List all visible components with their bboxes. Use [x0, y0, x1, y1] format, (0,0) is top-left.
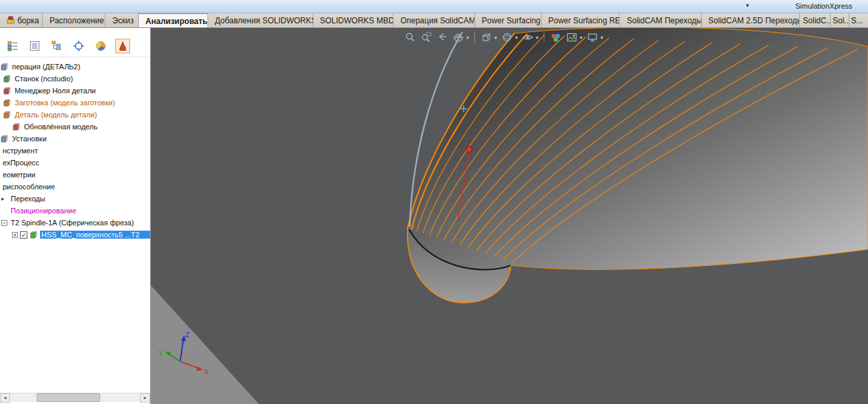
feature-manager-tab-icons	[0, 28, 150, 57]
tree-item[interactable]: нструмент	[0, 145, 150, 157]
expand-arrow-icon[interactable]: ▸	[1, 195, 7, 202]
ground-plane	[151, 285, 259, 404]
machine-icon	[3, 75, 11, 83]
scrollbar-track[interactable]	[10, 393, 140, 403]
tree-item[interactable]: Менеджер Ноля детали	[0, 85, 150, 97]
hide-show-items-icon[interactable]	[521, 31, 534, 44]
propertymanager-icon[interactable]	[27, 39, 42, 53]
tab-label: Операция SolidCAM	[400, 16, 475, 25]
tab-5[interactable]: SOLIDWORKS MBD	[314, 13, 394, 28]
scrollbar-thumb[interactable]	[37, 393, 100, 402]
dropdown-arrow-icon[interactable]: ▾	[466, 35, 469, 41]
triad-y-label: Y	[158, 350, 163, 357]
expand-plus-icon[interactable]: +	[12, 232, 18, 238]
tab-label: Sol...	[833, 16, 849, 25]
zoom-fit-icon[interactable]	[404, 31, 417, 44]
dropdown-arrow-icon[interactable]: ▾	[580, 35, 582, 41]
tab-9[interactable]: SolidCAM Переходы	[620, 13, 701, 28]
tree-item[interactable]: −T2 Spindle-1A (Сферическая фреза)	[0, 217, 150, 229]
section-view-icon[interactable]	[452, 31, 465, 44]
apply-scene-icon[interactable]	[565, 31, 578, 44]
tab-11[interactable]: SolidC...	[800, 13, 831, 28]
tab-10[interactable]: SolidCAM 2.5D Переходы	[702, 13, 801, 28]
tree-item-label: Станок (ncstudio)	[13, 75, 74, 83]
tree-item-label: ехПроцесс	[1, 159, 41, 167]
tab-12[interactable]: Sol...	[831, 13, 849, 28]
tree-item[interactable]: Позиционирование	[0, 205, 150, 217]
tree-item-label: Позиционирование	[9, 207, 77, 215]
tab-8[interactable]: Power Surfacing RE	[542, 13, 620, 28]
3d-scene: Z X Y	[151, 28, 868, 404]
setups-icon	[0, 135, 9, 143]
tab-label: Power Surfacing	[482, 16, 540, 25]
tree-item[interactable]: +✓HSS_MC_поверхность5 ...T2	[0, 229, 150, 241]
tab-4[interactable]: Добавления SOLIDWORKS	[208, 13, 313, 28]
tree-item-label: Заготовка (модель заготовки)	[13, 99, 116, 107]
tree-item[interactable]: риспособление	[0, 181, 150, 193]
dimxpertmanager-icon[interactable]	[71, 39, 86, 53]
blade-surface[interactable]	[408, 28, 868, 303]
tab-3[interactable]: Анализировать	[139, 13, 208, 28]
zero-manager-icon	[3, 87, 11, 95]
tree-item-label: HSS_MC_поверхность5 ...T2	[40, 231, 150, 239]
previous-view-icon[interactable]	[436, 31, 449, 44]
simulationxpress-label: SimulationXpress	[795, 2, 853, 10]
surface-operation-icon	[29, 231, 38, 239]
toolbar-separator	[474, 32, 475, 43]
dropdown-arrow-icon[interactable]: ▾	[515, 35, 518, 41]
tab-label: Расположение	[49, 16, 104, 25]
tree-item-label: Переходы	[9, 195, 47, 203]
dropdown-arrow-icon[interactable]: ▾	[600, 35, 603, 41]
tree-item[interactable]: перация (ДЕТАЛЬ2)	[0, 61, 150, 73]
tree-item[interactable]: еометрии	[0, 169, 150, 181]
tree-item[interactable]: ехПроцесс	[0, 157, 150, 169]
tree-item[interactable]: Установки	[0, 133, 150, 145]
graphics-area[interactable]: Z X Y ▾▾▾▾▾▾	[151, 28, 868, 404]
feature-manager-panel: перация (ДЕТАЛЬ2)Станок (ncstudio)Менедж…	[0, 28, 151, 404]
featuremanager-tree-icon[interactable]	[5, 39, 20, 53]
configurationmanager-icon[interactable]	[49, 39, 64, 53]
target-model-icon	[3, 111, 11, 119]
tab-label: SolidCAM Переходы	[626, 16, 701, 25]
tab-1[interactable]: Расположение	[43, 13, 105, 28]
stock-model-icon	[3, 99, 11, 107]
tab-0[interactable]: борка	[0, 13, 43, 28]
scroll-right-icon[interactable]: ▸	[140, 393, 150, 403]
tab-label: борка	[17, 16, 39, 25]
tab-label: SOLIDWORKS MBD	[320, 16, 394, 25]
tree-item-label: нструмент	[1, 147, 39, 155]
view-settings-icon[interactable]	[586, 31, 599, 44]
tree-item-label: риспособление	[1, 183, 56, 191]
tab-label: Power Surfacing RE	[548, 16, 620, 25]
zoom-area-icon[interactable]	[420, 31, 433, 44]
tree-item-label: Менеджер Ноля детали	[13, 87, 97, 95]
dropdown-arrow-icon[interactable]: ▾	[494, 35, 497, 41]
display-style-icon[interactable]	[500, 31, 514, 44]
collapse-minus-icon[interactable]: −	[1, 220, 7, 226]
tree-item[interactable]: Обновлённая модель	[0, 121, 150, 133]
solidcam-manager-icon[interactable]	[115, 39, 130, 53]
tree-horizontal-scrollbar[interactable]: ◂ ▸	[0, 393, 150, 402]
displaymanager-icon[interactable]	[93, 39, 108, 53]
tree-item[interactable]: ▸Переходы	[0, 193, 150, 205]
visibility-checkbox[interactable]: ✓	[20, 231, 27, 239]
toolbar-separator	[544, 32, 544, 43]
dropdown-arrow-icon[interactable]: ▾	[536, 35, 538, 41]
toolbar-options-dropdown-icon[interactable]: ▾	[746, 2, 749, 9]
tab-label: S...	[851, 16, 863, 25]
tree-item[interactable]: Деталь (модель детали)	[0, 109, 150, 121]
view-orientation-icon[interactable]	[480, 31, 493, 44]
solidcam-feature-tree: перация (ДЕТАЛЬ2)Станок (ncstudio)Менедж…	[0, 61, 150, 241]
edit-appearance-icon[interactable]	[549, 31, 562, 44]
tab-label: Добавления SOLIDWORKS	[215, 16, 313, 25]
tab-7[interactable]: Power Surfacing	[475, 13, 542, 28]
tab-13[interactable]: S...	[849, 13, 868, 28]
tree-item[interactable]: Заготовка (модель заготовки)	[0, 97, 150, 109]
tab-2[interactable]: Эскиз	[105, 13, 139, 28]
tab-6[interactable]: Операция SolidCAM	[394, 13, 475, 28]
tab-label: SolidC...	[803, 16, 831, 25]
scroll-left-icon[interactable]: ◂	[0, 393, 10, 403]
updated-model-icon	[12, 123, 21, 131]
operation-icon	[0, 63, 9, 71]
tree-item[interactable]: Станок (ncstudio)	[0, 73, 150, 85]
